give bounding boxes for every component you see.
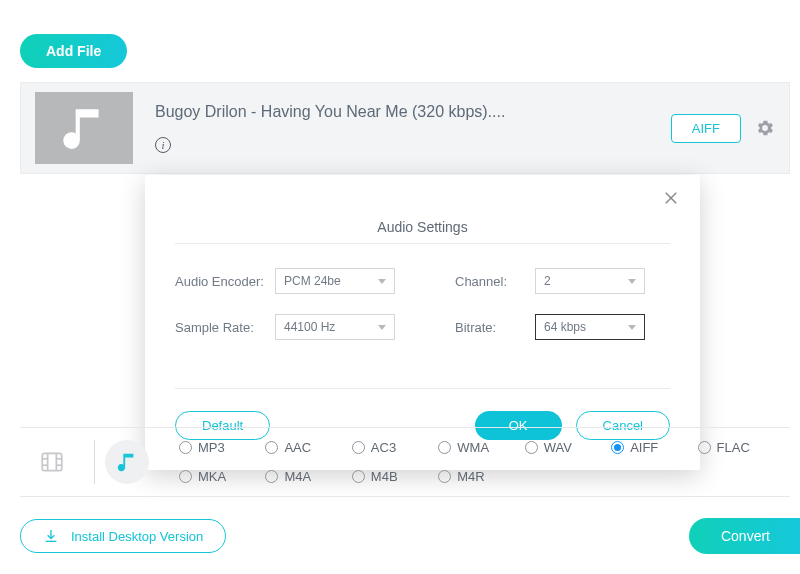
radio-icon — [352, 470, 365, 483]
radio-icon — [438, 470, 451, 483]
video-icon — [39, 449, 65, 475]
video-tab[interactable] — [30, 440, 74, 484]
audio-settings-modal: Audio Settings Audio Encoder: PCM 24be C… — [145, 175, 700, 470]
channel-value: 2 — [544, 274, 551, 288]
bottom-bar: Install Desktop Version Convert — [20, 518, 790, 554]
channel-dropdown[interactable]: 2 — [535, 268, 645, 294]
download-icon — [43, 528, 59, 544]
radio-icon — [352, 441, 365, 454]
music-note-icon — [59, 103, 109, 153]
file-meta: Bugoy Drilon - Having You Near Me (320 k… — [155, 103, 671, 153]
bitrate-value: 64 kbps — [544, 320, 586, 334]
radio-icon — [265, 441, 278, 454]
format-radio-label: M4R — [457, 469, 484, 484]
convert-button[interactable]: Convert — [689, 518, 800, 554]
encoder-dropdown[interactable]: PCM 24be — [275, 268, 395, 294]
radio-icon — [265, 470, 278, 483]
format-radio-label: AIFF — [630, 440, 658, 455]
audio-tab[interactable] — [105, 440, 149, 484]
bitrate-dropdown[interactable]: 64 kbps — [535, 314, 645, 340]
file-title: Bugoy Drilon - Having You Near Me (320 k… — [155, 103, 671, 121]
chevron-down-icon — [378, 279, 386, 284]
add-file-button[interactable]: Add File — [20, 34, 127, 68]
encoder-value: PCM 24be — [284, 274, 341, 288]
chevron-down-icon — [378, 325, 386, 330]
format-radio-label: FLAC — [717, 440, 750, 455]
encoder-label: Audio Encoder: — [175, 274, 275, 289]
format-radio-mka[interactable]: MKA — [179, 469, 261, 484]
radio-icon — [525, 441, 538, 454]
sample-rate-label: Sample Rate: — [175, 320, 275, 335]
channel-label: Channel: — [455, 274, 535, 289]
radio-icon — [438, 441, 451, 454]
gear-icon[interactable] — [755, 118, 775, 138]
format-radio-label: WAV — [544, 440, 572, 455]
info-icon[interactable]: i — [155, 137, 171, 153]
radio-icon — [179, 441, 192, 454]
sample-rate-value: 44100 Hz — [284, 320, 335, 334]
chevron-down-icon — [628, 325, 636, 330]
sample-rate-dropdown[interactable]: 44100 Hz — [275, 314, 395, 340]
format-radio-aac[interactable]: AAC — [265, 440, 347, 455]
format-radio-aiff[interactable]: AIFF — [611, 440, 693, 455]
format-radio-flac[interactable]: FLAC — [698, 440, 780, 455]
format-radio-label: M4A — [284, 469, 311, 484]
svg-rect-2 — [42, 453, 62, 470]
format-radio-label: MP3 — [198, 440, 225, 455]
radio-icon — [179, 470, 192, 483]
format-radio-label: AC3 — [371, 440, 396, 455]
file-card: Bugoy Drilon - Having You Near Me (320 k… — [20, 82, 790, 174]
chevron-down-icon — [628, 279, 636, 284]
format-radio-mp3[interactable]: MP3 — [179, 440, 261, 455]
format-radio-label: MKA — [198, 469, 226, 484]
bitrate-label: Bitrate: — [455, 320, 535, 335]
format-chip[interactable]: AIFF — [671, 114, 741, 143]
radio-icon — [611, 441, 624, 454]
format-radio-wma[interactable]: WMA — [438, 440, 520, 455]
format-radio-wav[interactable]: WAV — [525, 440, 607, 455]
install-desktop-label: Install Desktop Version — [71, 529, 203, 544]
format-radio-m4b[interactable]: M4B — [352, 469, 434, 484]
close-icon[interactable] — [662, 189, 680, 211]
format-radio-label: AAC — [284, 440, 311, 455]
format-bar: MP3AACAC3WMAWAVAIFFFLACMKAM4AM4BM4R — [20, 427, 790, 497]
divider — [94, 440, 95, 484]
format-radio-grid: MP3AACAC3WMAWAVAIFFFLACMKAM4AM4BM4R — [159, 440, 780, 484]
file-thumbnail — [35, 92, 133, 164]
format-radio-label: WMA — [457, 440, 489, 455]
modal-title: Audio Settings — [175, 191, 670, 244]
format-radio-label: M4B — [371, 469, 398, 484]
format-radio-m4a[interactable]: M4A — [265, 469, 347, 484]
music-icon — [116, 451, 138, 473]
radio-icon — [698, 441, 711, 454]
format-radio-ac3[interactable]: AC3 — [352, 440, 434, 455]
install-desktop-button[interactable]: Install Desktop Version — [20, 519, 226, 553]
format-radio-m4r[interactable]: M4R — [438, 469, 520, 484]
